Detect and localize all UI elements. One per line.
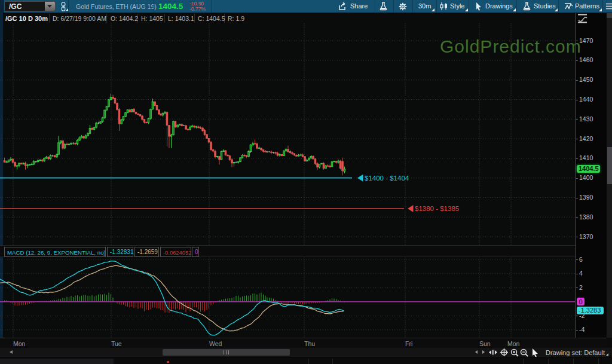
svg-text:$1400 - $1404: $1400 - $1404: [365, 175, 409, 182]
svg-text:$1380 - $1385: $1380 - $1385: [415, 205, 459, 212]
